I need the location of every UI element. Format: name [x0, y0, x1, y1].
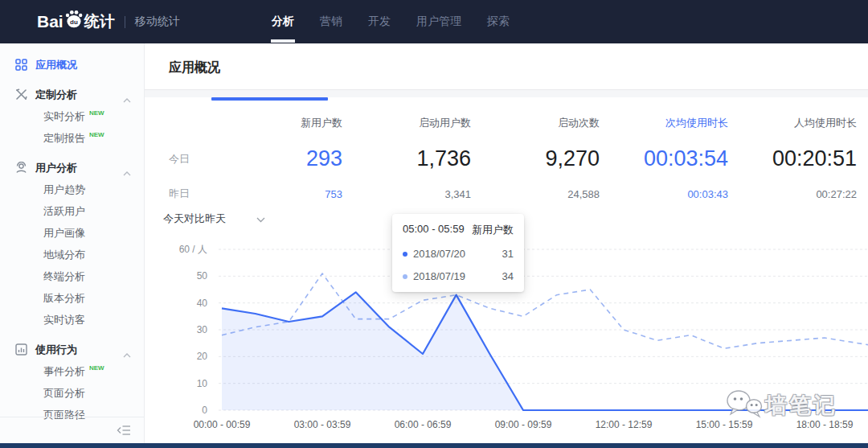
- sidebar-item-label: 用户趋势: [43, 183, 85, 197]
- bottom-bar: [0, 443, 868, 448]
- tooltip-rows: 2018/07/20312018/07/1934: [403, 248, 514, 282]
- tooltip-series-date: 2018/07/19: [413, 270, 502, 282]
- x-tick-label: 06:00 - 06:59: [395, 419, 452, 430]
- sidebar-footer: [0, 417, 144, 443]
- chevron-up-icon[interactable]: [123, 165, 131, 179]
- new-badge: NEW: [89, 109, 104, 117]
- y-tick-label: 50: [197, 270, 208, 282]
- logo-text-bai: Bai: [37, 12, 63, 31]
- primary-nav: 分析营销开发用户管理探索: [259, 0, 522, 43]
- sidebar-item-12[interactable]: 使用行为: [0, 339, 144, 360]
- y-tick-label: 30: [197, 324, 208, 335]
- tooltip-series-date: 2018/07/20: [413, 248, 502, 260]
- x-tick-label: 12:00 - 12:59: [596, 419, 653, 430]
- sidebar-item-3[interactable]: 定制报告NEW: [0, 127, 144, 149]
- sidebar-item-5[interactable]: 用户趋势: [0, 179, 144, 200]
- nav-item-3[interactable]: 用户管理: [403, 0, 474, 43]
- x-tick-label: 03:00 - 03:59: [294, 419, 351, 430]
- series-dot: [403, 274, 407, 279]
- tooltip-series-value: 34: [502, 270, 514, 282]
- nav-item-label: 探索: [487, 14, 510, 29]
- user-analysis-icon: [14, 162, 27, 175]
- x-tick-label: 15:00 - 15:59: [696, 419, 753, 430]
- sidebar-item-label: 定制分析: [35, 88, 77, 102]
- sidebar-item-13[interactable]: 事件分析NEW: [0, 360, 144, 382]
- nav-item-4[interactable]: 探索: [474, 0, 522, 43]
- x-tick-label: 09:00 - 09:59: [495, 419, 552, 430]
- nav-item-label: 开发: [368, 14, 391, 29]
- sidebar-item-label: 应用概况: [35, 58, 77, 72]
- sidebar: 应用概况定制分析实时分析NEW定制报告NEW用户分析用户趋势活跃用户用户画像地域…: [0, 43, 145, 443]
- sidebar-item-4[interactable]: 用户分析: [0, 157, 144, 179]
- sidebar-item-label: 终端分析: [43, 269, 85, 284]
- series-dot: [403, 252, 407, 257]
- svg-text:du: du: [70, 18, 78, 26]
- sidebar-item-1[interactable]: 定制分析: [0, 84, 144, 105]
- sidebar-item-label: 定制报告: [43, 131, 85, 146]
- y-tick-label: 40: [197, 298, 208, 309]
- nav-item-label: 营销: [320, 14, 342, 29]
- tools-icon: [14, 88, 27, 101]
- tooltip-time-range: 05:00 - 05:59: [403, 223, 465, 237]
- x-tick-label: 18:00 - 18:59: [796, 419, 854, 430]
- sidebar-item-7[interactable]: 用户画像: [0, 222, 144, 244]
- sidebar-item-14[interactable]: 页面分析: [0, 382, 144, 404]
- logo-divider: [125, 16, 125, 28]
- nav-item-0[interactable]: 分析: [259, 0, 307, 43]
- nav-item-2[interactable]: 开发: [355, 0, 403, 43]
- logo-product-name: 移动统计: [135, 14, 180, 29]
- sidebar-item-6[interactable]: 活跃用户: [0, 200, 144, 222]
- new-badge: NEW: [89, 364, 104, 372]
- tooltip-metric-name: 新用户数: [472, 223, 514, 237]
- sidebar-item-8[interactable]: 地域分布: [0, 244, 144, 265]
- sidebar-item-label: 页面分析: [43, 386, 85, 401]
- baidu-tongji-logo[interactable]: Bai du 统计 移动统计: [37, 10, 180, 35]
- sidebar-item-label: 事件分析: [43, 364, 85, 379]
- baidu-paw-icon: du: [64, 10, 84, 31]
- app-window: Bai du 统计 移动统计 分析营销开发用户管理探索 应用概况定制分析实时分析…: [0, 0, 868, 448]
- chevron-up-icon[interactable]: [123, 347, 131, 361]
- sidebar-item-10[interactable]: 版本分析: [0, 287, 144, 309]
- sidebar-item-label: 实时访客: [43, 313, 85, 327]
- sidebar-item-label: 实时分析: [43, 109, 85, 124]
- sidebar-item-9[interactable]: 终端分析: [0, 265, 144, 287]
- content-area: 应用概况 新用户数启动用户数启动次数次均使用时长人均使用时长 今日2931,73…: [145, 43, 868, 443]
- sidebar-item-2[interactable]: 实时分析NEW: [0, 105, 144, 127]
- sidebar-item-11[interactable]: 实时访客: [0, 309, 144, 331]
- logo-text-tongji: 统计: [84, 11, 115, 32]
- sidebar-item-label: 使用行为: [35, 343, 77, 357]
- sidebar-item-0[interactable]: 应用概况: [0, 54, 144, 76]
- sidebar-menu: 应用概况定制分析实时分析NEW定制报告NEW用户分析用户趋势活跃用户用户画像地域…: [0, 43, 144, 425]
- tooltip-row-0: 2018/07/2031: [403, 248, 514, 260]
- behavior-chart-icon: [14, 343, 27, 356]
- sidebar-item-label: 用户画像: [43, 226, 85, 240]
- tooltip-row-1: 2018/07/1934: [403, 270, 514, 282]
- sidebar-item-label: 用户分析: [35, 161, 77, 175]
- y-tick-label: 20: [197, 351, 208, 362]
- nav-item-1[interactable]: 营销: [307, 0, 355, 43]
- tooltip-header: 05:00 - 05:59 新用户数: [403, 223, 514, 237]
- series-area-fill: [222, 292, 868, 410]
- y-tick-label: 0: [202, 405, 207, 416]
- y-tick-label: 60 / 人: [179, 244, 207, 255]
- top-nav: Bai du 统计 移动统计 分析营销开发用户管理探索: [0, 0, 868, 43]
- nav-item-label: 用户管理: [416, 14, 461, 29]
- chevron-up-icon[interactable]: [123, 92, 131, 106]
- sidebar-item-label: 地域分布: [43, 248, 85, 262]
- sidebar-item-label: 活跃用户: [43, 204, 85, 219]
- nav-item-label: 分析: [272, 14, 294, 29]
- x-tick-label: 00:00 - 00:59: [194, 419, 251, 430]
- sidebar-item-label: 版本分析: [43, 291, 85, 306]
- grid-icon: [14, 59, 27, 72]
- new-badge: NEW: [89, 131, 104, 138]
- chart-tooltip: 05:00 - 05:59 新用户数 2018/07/20312018/07/1…: [392, 214, 524, 292]
- y-tick-label: 10: [197, 378, 208, 389]
- tooltip-series-value: 31: [502, 248, 514, 260]
- collapse-sidebar-icon[interactable]: [117, 425, 131, 436]
